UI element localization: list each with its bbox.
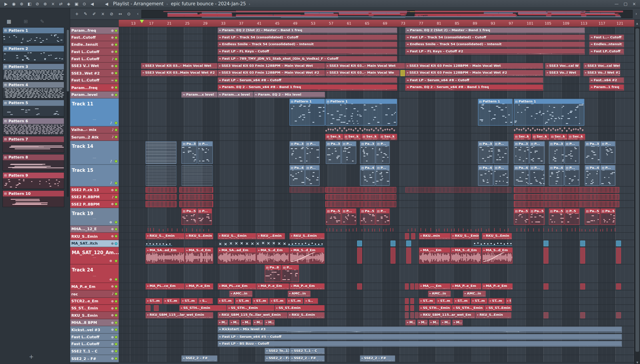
pattern-clip[interactable]: ▤Pa..5 [585, 208, 600, 225]
loop-clip[interactable] [146, 194, 177, 200]
pattern-item[interactable]: ▤Pattern 5 [3, 100, 64, 116]
pattern-clip[interactable]: ▤Pa..3 [514, 142, 529, 164]
track-options[interactable]: ... [93, 254, 96, 259]
automation-marks[interactable] [514, 127, 584, 133]
mini-clip[interactable] [543, 240, 548, 246]
automation-clip[interactable]: ≈Param. EQ 2 – Serum_x64 #8 – Band 1 fre… [405, 84, 543, 90]
track-header[interactable]: Track 24...⊕ [70, 264, 119, 283]
pattern-clip[interactable]: ▤P... [530, 165, 545, 186]
audio-clip[interactable]: »SSE2_2 – F# [290, 355, 325, 362]
audio-clip[interactable]: »MA_P..e_Em [451, 284, 482, 290]
track-header[interactable]: Fast..Cutoff⊕ [70, 34, 119, 41]
mini-clip[interactable] [357, 248, 362, 264]
pattern-clip[interactable]: ▤Ser..k [550, 134, 567, 140]
move-icon[interactable]: ⊕ [111, 202, 114, 206]
pattern-clip[interactable]: ▤P... [376, 208, 390, 225]
track-lane[interactable]: ≈Fast LP – 789_TMY_JDN_V1_Stab_shot_(Gin… [119, 56, 634, 63]
track-lane[interactable]: ▤Pa..5▤P...▤Pa..5▤P...▤Pa..5▤P...▤Pa..5▤… [119, 208, 634, 226]
move-icon[interactable]: ⊕ [111, 357, 114, 360]
track-lane[interactable]: ≈Fast LP – Serum_x64 #5 – Cutoff [119, 334, 634, 341]
pattern-item-header[interactable]: ▤Pattern 7 [3, 136, 64, 142]
audio-clip[interactable]: »MA_PL..ce_Em [218, 284, 256, 290]
mini-clip[interactable] [406, 248, 411, 264]
track-header[interactable]: RKU_S..Emin⊕ [70, 232, 119, 240]
no-entry-icon[interactable]: ⊘ [34, 2, 41, 6]
track-header[interactable]: Fast L..Cutoff≈ [70, 77, 119, 84]
track-lane[interactable] [119, 194, 634, 201]
automation-clip[interactable]: ≈Fast LP – Serum_x64 #5 – Cutoff [218, 334, 622, 340]
pattern-clip[interactable]: ▤P... [197, 142, 213, 164]
move-icon[interactable]: ⊕ [111, 314, 114, 317]
track-mute-led[interactable] [115, 242, 118, 245]
pattern-clip[interactable]: ▤P... [564, 165, 579, 186]
audio-clip[interactable]: »AMC..in [428, 291, 451, 297]
track-lane[interactable]: ▤Pattern 1▤Pattern 1▤Pattern 1▤Pattern 1 [119, 98, 634, 126]
pattern-clip[interactable]: ▤P... [342, 208, 356, 225]
audio-clip[interactable]: »M..M [253, 320, 263, 326]
loop-clip[interactable] [146, 187, 177, 193]
track-mute-led[interactable] [115, 43, 118, 46]
pattern-item-header[interactable]: ▤Pattern 10 [3, 191, 64, 196]
mini-clip[interactable] [146, 305, 150, 311]
automation-clip[interactable]: ≈Param...x level [218, 92, 253, 98]
track-header[interactable]: RKU_S..Emin⊕ [70, 312, 119, 319]
cut-tool[interactable]: × [100, 12, 106, 16]
move-icon[interactable]: ⊕ [111, 328, 114, 332]
audio-clip[interactable]: »SSE3 Vo..l Wet [545, 70, 580, 76]
audio-clip[interactable]: »MA_..._Em [419, 248, 451, 264]
audio-clip[interactable]: »M..M [264, 320, 275, 326]
move-icon[interactable]: ⊕ [111, 86, 114, 90]
mini-clip[interactable] [154, 305, 159, 311]
track-header[interactable]: SSE2 T..1 – C⊕ [70, 348, 119, 355]
pattern-item[interactable]: ▤Pattern 6 [3, 118, 64, 135]
track-mute-led[interactable] [115, 50, 118, 53]
mini-clip[interactable] [410, 298, 414, 304]
track-mute-led[interactable] [115, 136, 118, 138]
audio-clip[interactable]: »ST..m [454, 298, 470, 304]
note-icon[interactable]: ♪ [112, 195, 114, 199]
mini-clip[interactable] [357, 284, 362, 290]
play-icon[interactable]: ▶ [3, 2, 10, 6]
track-mute-led[interactable] [115, 300, 118, 302]
track-options[interactable]: ... [93, 177, 96, 181]
pattern-clip[interactable]: ▤P... [600, 142, 615, 164]
track-header[interactable]: SSE2 P..8BPM⊕ [70, 201, 119, 208]
automation-clip[interactable]: ≈Fast LP – BS Bzzz – Cutoff [218, 341, 622, 347]
move-icon[interactable]: ⊕ [111, 242, 114, 245]
add-button[interactable]: + [74, 12, 80, 16]
track-header[interactable]: Track 15...♪ [70, 165, 119, 186]
audio-clip[interactable]: »S.. [198, 298, 213, 304]
track-mute-led[interactable] [115, 58, 118, 60]
loop-clip[interactable] [179, 187, 213, 193]
pattern-clip[interactable]: ▤P... [564, 142, 579, 164]
mini-clip[interactable] [405, 298, 408, 304]
pattern-clip[interactable]: ▤P... [197, 208, 212, 225]
note-icon[interactable]: ♪ [112, 292, 114, 296]
track-lane[interactable]: »AMC..in»AMC..in»AMC..in»AMC..in [119, 290, 634, 298]
audio-clip[interactable]: »S.. [304, 298, 318, 304]
move-icon[interactable]: ⊕ [111, 29, 114, 32]
pattern-clip[interactable]: ▤Pattern 1 [325, 99, 397, 126]
track-header[interactable]: Fast L..Cutoff⊕ [70, 48, 119, 56]
paint-bucket-icon[interactable]: ◧ [26, 2, 33, 6]
track-mute-led[interactable] [115, 285, 118, 288]
pattern-clip[interactable]: ▤Pa..3 [326, 142, 341, 164]
automation-clip[interactable]: ≈Kickstart – Mix level #3 [218, 327, 622, 333]
tick-marks[interactable] [515, 226, 617, 232]
audio-clip[interactable]: »SS_ST..Emin [275, 305, 325, 311]
swap-icon[interactable]: ⇄ [57, 2, 64, 6]
track-options[interactable]: ... [93, 116, 96, 121]
pattern-clip[interactable]: ▤Pa..4 [360, 165, 375, 186]
track-header[interactable]: SSE3 V..l Wet⊕ [70, 62, 119, 70]
automation-clip[interactable]: ≈Param..1 freq [589, 84, 624, 90]
audio-clip[interactable]: »MA_S..d_Em [257, 248, 289, 264]
mini-clip[interactable] [543, 248, 548, 264]
audio-clip[interactable]: »ST..m [419, 298, 435, 304]
loop-clip[interactable] [179, 194, 213, 200]
automation-clip[interactable]: ≈Param. EQ 2 (Slot 2) – Master – Band 1 … [405, 28, 585, 33]
move-icon[interactable]: ⊕ [111, 306, 114, 310]
move-icon[interactable]: ⊕ [111, 64, 114, 68]
track-mute-led[interactable] [115, 314, 118, 317]
audio-clip[interactable]: »MA_S..d_Em [451, 248, 482, 264]
track-mute-led[interactable] [115, 235, 118, 238]
